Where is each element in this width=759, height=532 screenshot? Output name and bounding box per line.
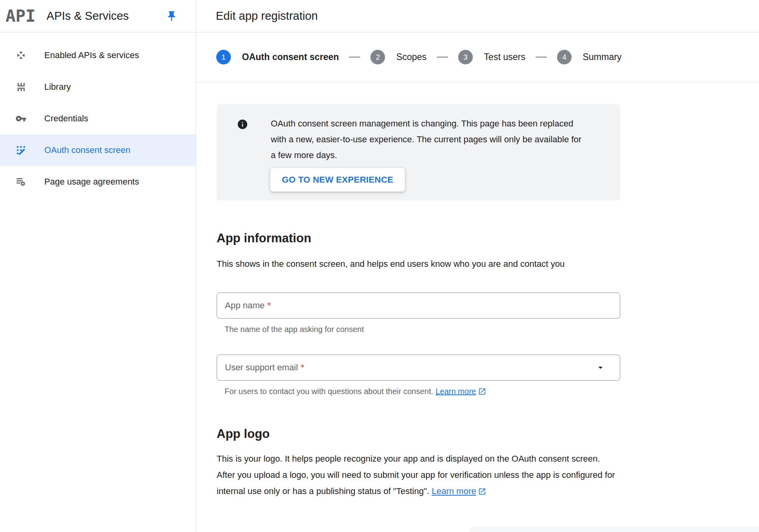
step-connector	[349, 57, 360, 58]
sidebar-item-label: OAuth consent screen	[44, 145, 130, 155]
dropdown-caret-icon	[595, 362, 606, 373]
sidebar: API APIs & Services Enabled APIs & servi…	[0, 0, 196, 532]
sidebar-item-enabled-apis[interactable]: Enabled APIs & services	[0, 40, 196, 71]
enabled-apis-icon	[15, 49, 27, 61]
sidebar-item-label: Enabled APIs & services	[44, 50, 139, 60]
app-name-helper: The name of the app asking for consent	[225, 325, 759, 334]
step-label: Summary	[583, 52, 621, 62]
user-support-email-helper: For users to contact you with questions …	[225, 387, 759, 398]
page-title: Edit app registration	[216, 9, 318, 23]
step-label: Test users	[484, 52, 525, 62]
step-number-badge: 2	[370, 50, 385, 64]
app-name-label: App name	[225, 300, 264, 311]
step-oauth-consent-screen[interactable]: 1 OAuth consent screen	[216, 50, 339, 64]
step-number-badge: 3	[458, 50, 473, 64]
step-label: OAuth consent screen	[242, 52, 339, 62]
app-logo-heading: App logo	[217, 427, 759, 441]
open-in-new-icon[interactable]	[478, 485, 486, 501]
sidebar-nav: Enabled APIs & services Library Credenti…	[0, 32, 196, 198]
app-logo-paragraph-2: After you upload a logo, you will need t…	[217, 470, 615, 496]
app-logo-paragraph-1: This is your logo. It helps people recog…	[217, 454, 600, 464]
sidebar-title: APIs & Services	[47, 9, 129, 23]
step-scopes[interactable]: 2 Scopes	[370, 50, 427, 64]
step-summary[interactable]: 4 Summary	[557, 50, 621, 64]
sidebar-item-oauth-consent-screen[interactable]: OAuth consent screen	[0, 134, 196, 166]
registration-stepper: 1 OAuth consent screen 2 Scopes 3 Test u…	[196, 32, 759, 82]
sidebar-item-page-usage-agreements[interactable]: Page usage agreements	[0, 166, 196, 198]
sidebar-item-label: Credentials	[44, 113, 88, 124]
sidebar-header: API APIs & Services	[0, 0, 196, 32]
pin-icon[interactable]	[166, 10, 177, 22]
step-number-badge: 4	[557, 50, 572, 64]
sidebar-item-label: Library	[44, 82, 71, 92]
step-label: Scopes	[396, 52, 427, 62]
oauth-consent-icon	[15, 144, 27, 156]
page-header: Edit app registration	[196, 0, 759, 32]
step-connector	[536, 57, 547, 58]
app-information-description: This shows in the consent screen, and he…	[217, 256, 591, 272]
step-number-badge: 1	[216, 50, 231, 64]
learn-more-link[interactable]: Learn more	[432, 486, 476, 496]
learn-more-link[interactable]: Learn more	[436, 387, 476, 396]
deprecation-banner: OAuth consent screen management is chang…	[217, 104, 620, 200]
main-area: Edit app registration 1 OAuth consent sc…	[196, 0, 759, 532]
user-support-email-select[interactable]: User support email *	[217, 355, 620, 381]
library-icon	[15, 81, 27, 93]
key-icon	[15, 113, 27, 125]
app-logo-description: This is your logo. It helps people recog…	[217, 451, 616, 501]
helper-text: For users to contact you with questions …	[225, 387, 433, 396]
info-icon	[237, 119, 248, 163]
step-connector	[437, 57, 448, 58]
sidebar-item-library[interactable]: Library	[0, 71, 196, 103]
api-logo: API	[6, 6, 36, 26]
page-content: OAuth consent screen management is chang…	[196, 104, 759, 501]
user-support-email-label: User support email	[225, 362, 298, 373]
app-name-input[interactable]: App name *	[217, 292, 620, 319]
step-test-users[interactable]: 3 Test users	[458, 50, 525, 64]
sidebar-item-credentials[interactable]: Credentials	[0, 103, 196, 134]
go-to-new-experience-button[interactable]: GO TO NEW EXPERIENCE	[270, 168, 405, 192]
required-marker: *	[301, 362, 304, 373]
sidebar-item-label: Page usage agreements	[44, 177, 139, 187]
required-marker: *	[267, 300, 271, 311]
banner-message: OAuth consent screen management is chang…	[271, 116, 582, 163]
partial-bottom-panel	[470, 526, 759, 532]
agreements-icon	[15, 176, 27, 188]
open-in-new-icon[interactable]	[478, 387, 486, 398]
app-information-heading: App information	[217, 231, 759, 245]
